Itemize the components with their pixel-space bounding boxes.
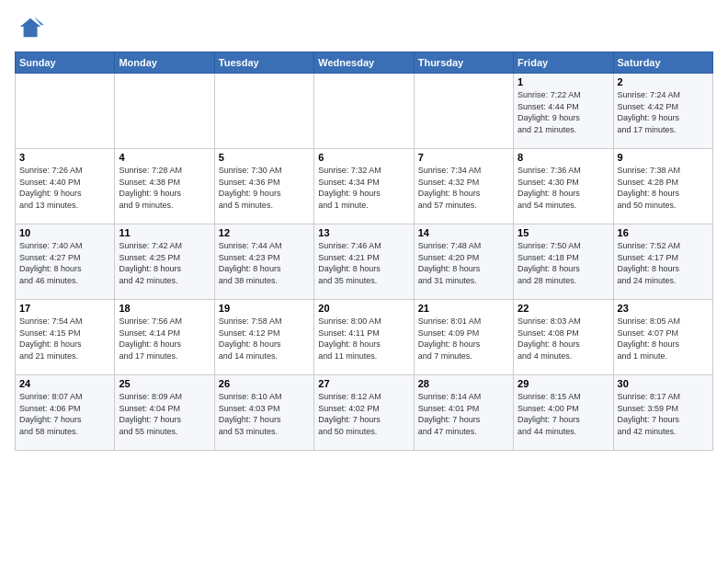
day-info: Sunrise: 7:28 AM Sunset: 4:38 PM Dayligh…: [119, 165, 210, 211]
calendar-cell: 9Sunrise: 7:38 AM Sunset: 4:28 PM Daylig…: [613, 149, 712, 224]
calendar-cell: 6Sunrise: 7:32 AM Sunset: 4:34 PM Daylig…: [314, 149, 414, 224]
day-number: 25: [119, 378, 210, 389]
day-number: 28: [418, 378, 509, 389]
day-number: 23: [618, 303, 709, 314]
day-info: Sunrise: 7:48 AM Sunset: 4:20 PM Dayligh…: [418, 240, 509, 286]
day-number: 13: [318, 227, 409, 238]
calendar-cell: 23Sunrise: 8:05 AM Sunset: 4:07 PM Dayli…: [613, 300, 712, 375]
day-info: Sunrise: 7:46 AM Sunset: 4:21 PM Dayligh…: [318, 240, 409, 286]
calendar-cell: 22Sunrise: 8:03 AM Sunset: 4:08 PM Dayli…: [514, 300, 613, 375]
calendar-cell: 14Sunrise: 7:48 AM Sunset: 4:20 PM Dayli…: [414, 224, 513, 300]
calendar-cell: 18Sunrise: 7:56 AM Sunset: 4:14 PM Dayli…: [115, 300, 214, 375]
day-number: 20: [318, 303, 409, 314]
calendar-cell: 11Sunrise: 7:42 AM Sunset: 4:25 PM Dayli…: [115, 224, 214, 300]
day-number: 14: [418, 227, 509, 238]
weekday-header-wednesday: Wednesday: [314, 52, 414, 74]
day-info: Sunrise: 7:22 AM Sunset: 4:44 PM Dayligh…: [518, 89, 609, 135]
day-number: 27: [318, 378, 409, 389]
day-info: Sunrise: 8:15 AM Sunset: 4:00 PM Dayligh…: [518, 391, 609, 437]
day-number: 17: [19, 303, 110, 314]
day-number: 5: [219, 152, 310, 163]
day-number: 24: [19, 378, 110, 389]
day-number: 30: [618, 378, 709, 389]
day-info: Sunrise: 7:38 AM Sunset: 4:28 PM Dayligh…: [618, 165, 709, 211]
day-info: Sunrise: 7:42 AM Sunset: 4:25 PM Dayligh…: [119, 240, 210, 286]
day-number: 11: [119, 227, 210, 238]
weekday-header-tuesday: Tuesday: [214, 52, 313, 74]
day-info: Sunrise: 7:30 AM Sunset: 4:36 PM Dayligh…: [219, 165, 310, 211]
calendar-cell: 3Sunrise: 7:26 AM Sunset: 4:40 PM Daylig…: [16, 149, 115, 224]
calendar-cell: [16, 74, 115, 149]
calendar-cell: 16Sunrise: 7:52 AM Sunset: 4:17 PM Dayli…: [613, 224, 712, 300]
day-info: Sunrise: 7:44 AM Sunset: 4:23 PM Dayligh…: [219, 240, 310, 286]
calendar-week-row: 10Sunrise: 7:40 AM Sunset: 4:27 PM Dayli…: [16, 224, 713, 300]
calendar-cell: 1Sunrise: 7:22 AM Sunset: 4:44 PM Daylig…: [514, 74, 613, 149]
calendar-cell: 30Sunrise: 8:17 AM Sunset: 3:59 PM Dayli…: [613, 375, 712, 451]
calendar-cell: 19Sunrise: 7:58 AM Sunset: 4:12 PM Dayli…: [214, 300, 313, 375]
weekday-header-row: SundayMondayTuesdayWednesdayThursdayFrid…: [16, 52, 713, 74]
calendar-week-row: 17Sunrise: 7:54 AM Sunset: 4:15 PM Dayli…: [16, 300, 713, 375]
day-info: Sunrise: 7:56 AM Sunset: 4:14 PM Dayligh…: [119, 316, 210, 362]
day-info: Sunrise: 8:05 AM Sunset: 4:07 PM Dayligh…: [618, 316, 709, 362]
page-header: [15, 15, 713, 40]
day-info: Sunrise: 7:34 AM Sunset: 4:32 PM Dayligh…: [418, 165, 509, 211]
calendar-cell: 21Sunrise: 8:01 AM Sunset: 4:09 PM Dayli…: [414, 300, 513, 375]
day-number: 10: [19, 227, 110, 238]
day-number: 7: [418, 152, 509, 163]
calendar-table: SundayMondayTuesdayWednesdayThursdayFrid…: [15, 52, 713, 451]
logo-icon: [18, 15, 44, 40]
weekday-header-thursday: Thursday: [414, 52, 513, 74]
logo: [15, 15, 44, 40]
calendar-cell: 15Sunrise: 7:50 AM Sunset: 4:18 PM Dayli…: [514, 224, 613, 300]
day-info: Sunrise: 7:24 AM Sunset: 4:42 PM Dayligh…: [618, 89, 709, 135]
calendar-cell: 2Sunrise: 7:24 AM Sunset: 4:42 PM Daylig…: [613, 74, 712, 149]
day-info: Sunrise: 8:09 AM Sunset: 4:04 PM Dayligh…: [119, 391, 210, 437]
day-number: 12: [219, 227, 310, 238]
day-info: Sunrise: 7:58 AM Sunset: 4:12 PM Dayligh…: [219, 316, 310, 362]
day-number: 4: [119, 152, 210, 163]
day-info: Sunrise: 7:52 AM Sunset: 4:17 PM Dayligh…: [618, 240, 709, 286]
day-number: 8: [518, 152, 609, 163]
calendar-cell: 13Sunrise: 7:46 AM Sunset: 4:21 PM Dayli…: [314, 224, 414, 300]
day-info: Sunrise: 8:03 AM Sunset: 4:08 PM Dayligh…: [518, 316, 609, 362]
calendar-cell: [414, 74, 513, 149]
day-number: 15: [518, 227, 609, 238]
calendar-cell: [314, 74, 414, 149]
calendar-cell: 24Sunrise: 8:07 AM Sunset: 4:06 PM Dayli…: [16, 375, 115, 451]
day-info: Sunrise: 7:26 AM Sunset: 4:40 PM Dayligh…: [19, 165, 110, 211]
day-info: Sunrise: 8:12 AM Sunset: 4:02 PM Dayligh…: [318, 391, 409, 437]
calendar-week-row: 1Sunrise: 7:22 AM Sunset: 4:44 PM Daylig…: [16, 74, 713, 149]
calendar-cell: [214, 74, 313, 149]
calendar-cell: 8Sunrise: 7:36 AM Sunset: 4:30 PM Daylig…: [514, 149, 613, 224]
calendar-cell: 4Sunrise: 7:28 AM Sunset: 4:38 PM Daylig…: [115, 149, 214, 224]
day-number: 22: [518, 303, 609, 314]
day-number: 16: [618, 227, 709, 238]
calendar-cell: 12Sunrise: 7:44 AM Sunset: 4:23 PM Dayli…: [214, 224, 313, 300]
calendar-cell: 10Sunrise: 7:40 AM Sunset: 4:27 PM Dayli…: [16, 224, 115, 300]
calendar-cell: 7Sunrise: 7:34 AM Sunset: 4:32 PM Daylig…: [414, 149, 513, 224]
day-info: Sunrise: 8:10 AM Sunset: 4:03 PM Dayligh…: [219, 391, 310, 437]
day-number: 2: [618, 76, 709, 87]
day-number: 19: [219, 303, 310, 314]
day-info: Sunrise: 7:54 AM Sunset: 4:15 PM Dayligh…: [19, 316, 110, 362]
calendar-cell: 28Sunrise: 8:14 AM Sunset: 4:01 PM Dayli…: [414, 375, 513, 451]
day-info: Sunrise: 7:32 AM Sunset: 4:34 PM Dayligh…: [318, 165, 409, 211]
day-number: 9: [618, 152, 709, 163]
day-info: Sunrise: 8:00 AM Sunset: 4:11 PM Dayligh…: [318, 316, 409, 362]
weekday-header-monday: Monday: [115, 52, 214, 74]
day-number: 6: [318, 152, 409, 163]
day-number: 3: [19, 152, 110, 163]
day-number: 1: [518, 76, 609, 87]
day-info: Sunrise: 8:01 AM Sunset: 4:09 PM Dayligh…: [418, 316, 509, 362]
calendar-cell: 29Sunrise: 8:15 AM Sunset: 4:00 PM Dayli…: [514, 375, 613, 451]
day-number: 21: [418, 303, 509, 314]
day-info: Sunrise: 8:17 AM Sunset: 3:59 PM Dayligh…: [618, 391, 709, 437]
weekday-header-saturday: Saturday: [613, 52, 712, 74]
day-info: Sunrise: 8:14 AM Sunset: 4:01 PM Dayligh…: [418, 391, 509, 437]
day-number: 18: [119, 303, 210, 314]
calendar-cell: 5Sunrise: 7:30 AM Sunset: 4:36 PM Daylig…: [214, 149, 313, 224]
day-number: 29: [518, 378, 609, 389]
calendar-cell: 17Sunrise: 7:54 AM Sunset: 4:15 PM Dayli…: [16, 300, 115, 375]
calendar-cell: 20Sunrise: 8:00 AM Sunset: 4:11 PM Dayli…: [314, 300, 414, 375]
day-info: Sunrise: 7:40 AM Sunset: 4:27 PM Dayligh…: [19, 240, 110, 286]
